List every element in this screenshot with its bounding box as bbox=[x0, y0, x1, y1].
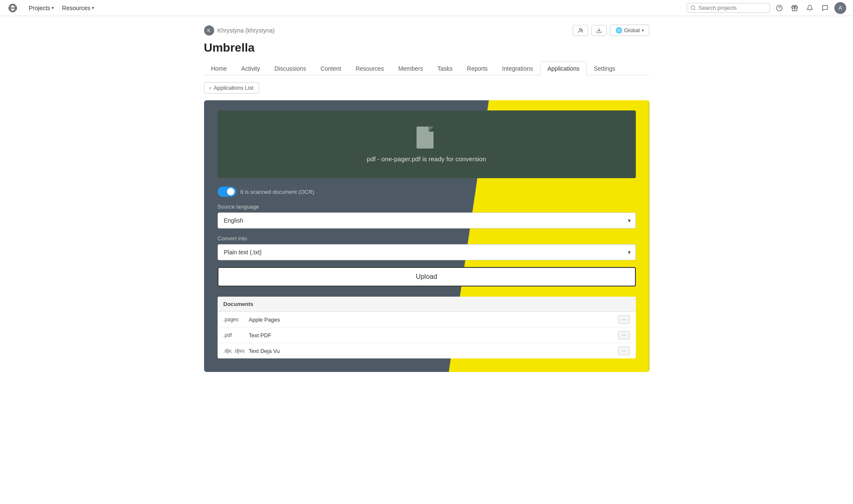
tab-content[interactable]: Content bbox=[313, 61, 348, 75]
table-row: .djv, .djvu Text Deja Vu ··· bbox=[218, 343, 636, 358]
user-info: K Khrystyna (khrystyna) bbox=[204, 25, 275, 36]
svg-point-1 bbox=[691, 6, 695, 10]
global-button[interactable]: 🌐 Global ▾ bbox=[610, 25, 649, 36]
tab-members[interactable]: Members bbox=[391, 61, 430, 75]
tab-reports[interactable]: Reports bbox=[460, 61, 495, 75]
tab-tasks[interactable]: Tasks bbox=[430, 61, 460, 75]
bell-icon-btn[interactable] bbox=[804, 2, 816, 14]
page-content: K Khrystyna (khrystyna) bbox=[194, 16, 660, 380]
tab-resources[interactable]: Resources bbox=[348, 61, 391, 75]
tabs: Home Activity Discussions Content Resour… bbox=[204, 61, 649, 75]
tab-integrations[interactable]: Integrations bbox=[495, 61, 540, 75]
file-icon bbox=[417, 127, 437, 150]
user-actions: 🌐 Global ▾ bbox=[573, 25, 649, 36]
doc-actions-2: ··· bbox=[618, 331, 629, 339]
add-member-icon bbox=[577, 28, 583, 33]
tab-applications[interactable]: Applications bbox=[540, 61, 587, 75]
doc-name-2: Text PDF bbox=[249, 332, 618, 339]
doc-action-btn-1[interactable]: ··· bbox=[618, 315, 629, 324]
navbar-nav: Projects ▾ Resources ▾ bbox=[25, 3, 97, 13]
tab-home[interactable]: Home bbox=[204, 61, 234, 75]
project-title: Umbrella bbox=[204, 41, 649, 55]
chat-icon-btn[interactable] bbox=[819, 2, 831, 14]
gift-icon bbox=[791, 5, 798, 11]
convert-into-select[interactable]: Plain text (.txt) Microsoft Word (.docx)… bbox=[218, 244, 636, 260]
search-icon bbox=[690, 5, 696, 11]
resources-label: Resources bbox=[62, 5, 91, 11]
help-icon-btn[interactable] bbox=[773, 2, 785, 14]
source-language-select-wrapper: English French Spanish German Italian bbox=[218, 212, 636, 229]
globe-icon: 🌐 bbox=[616, 27, 622, 33]
download-icon bbox=[596, 28, 602, 33]
doc-name-1: Apple Pages bbox=[249, 317, 618, 323]
breadcrumb-back-icon: ‹ bbox=[210, 85, 211, 91]
projects-chevron-icon: ▾ bbox=[52, 6, 54, 10]
resources-nav-item[interactable]: Resources ▾ bbox=[59, 3, 97, 13]
bell-icon bbox=[806, 5, 813, 11]
avatar-btn[interactable]: A bbox=[834, 2, 846, 14]
projects-nav-item[interactable]: Projects ▾ bbox=[25, 3, 57, 13]
doc-action-btn-2[interactable]: ··· bbox=[618, 331, 629, 339]
help-icon bbox=[776, 5, 783, 11]
file-preview-area: pdf - one-pager.pdf is ready for convers… bbox=[218, 110, 636, 178]
svg-point-7 bbox=[580, 28, 582, 30]
svg-line-2 bbox=[694, 9, 695, 10]
converter-card: pdf - one-pager.pdf is ready for convers… bbox=[204, 100, 649, 372]
doc-ext-3: .djv, .djvu bbox=[224, 348, 249, 354]
doc-name-3: Text Deja Vu bbox=[249, 348, 618, 354]
search-input[interactable] bbox=[698, 5, 766, 11]
card-inner: pdf - one-pager.pdf is ready for convers… bbox=[204, 100, 649, 372]
projects-label: Projects bbox=[29, 5, 50, 11]
global-chevron-icon: ▾ bbox=[642, 28, 644, 33]
download-button[interactable] bbox=[591, 25, 607, 36]
doc-ext-2: .pdf bbox=[224, 332, 249, 338]
applications-list-breadcrumb[interactable]: ‹ Applications List bbox=[204, 82, 259, 94]
convert-into-select-wrapper: Plain text (.txt) Microsoft Word (.docx)… bbox=[218, 244, 636, 260]
doc-actions-1: ··· bbox=[618, 315, 629, 324]
chat-icon bbox=[822, 5, 828, 11]
user-name: Khrystyna (khrystyna) bbox=[218, 27, 275, 34]
source-language-select[interactable]: English French Spanish German Italian bbox=[218, 212, 636, 229]
resources-chevron-icon: ▾ bbox=[92, 6, 94, 10]
add-member-button[interactable] bbox=[573, 25, 588, 36]
ocr-label: It is scanned document (OCR) bbox=[240, 189, 315, 195]
logo[interactable] bbox=[7, 2, 19, 14]
breadcrumb-row: ‹ Applications List bbox=[204, 82, 649, 94]
doc-ext-1: .pages bbox=[224, 317, 249, 322]
doc-actions-3: ··· bbox=[618, 347, 629, 355]
upload-button[interactable]: Upload bbox=[218, 267, 636, 286]
navbar: Projects ▾ Resources ▾ bbox=[0, 0, 853, 16]
tab-activity[interactable]: Activity bbox=[234, 61, 267, 75]
user-avatar: K bbox=[204, 25, 214, 36]
doc-action-btn-3[interactable]: ··· bbox=[618, 347, 629, 355]
ocr-row: It is scanned document (OCR) bbox=[218, 187, 636, 197]
user-row: K Khrystyna (khrystyna) bbox=[204, 25, 649, 36]
ocr-toggle[interactable] bbox=[218, 187, 236, 197]
search-box[interactable] bbox=[687, 3, 770, 13]
navbar-right: A bbox=[687, 2, 846, 14]
documents-header: Documents bbox=[218, 297, 636, 312]
tab-settings[interactable]: Settings bbox=[587, 61, 623, 75]
tab-discussions[interactable]: Discussions bbox=[267, 61, 313, 75]
documents-table: Documents .pages Apple Pages ··· .pdf Te… bbox=[218, 297, 636, 358]
table-row: .pages Apple Pages ··· bbox=[218, 312, 636, 328]
source-language-label: Source language bbox=[218, 204, 636, 210]
file-ready-text: pdf - one-pager.pdf is ready for convers… bbox=[367, 155, 486, 162]
convert-into-label: Convert into bbox=[218, 235, 636, 242]
gift-icon-btn[interactable] bbox=[789, 2, 801, 14]
table-row: .pdf Text PDF ··· bbox=[218, 328, 636, 343]
